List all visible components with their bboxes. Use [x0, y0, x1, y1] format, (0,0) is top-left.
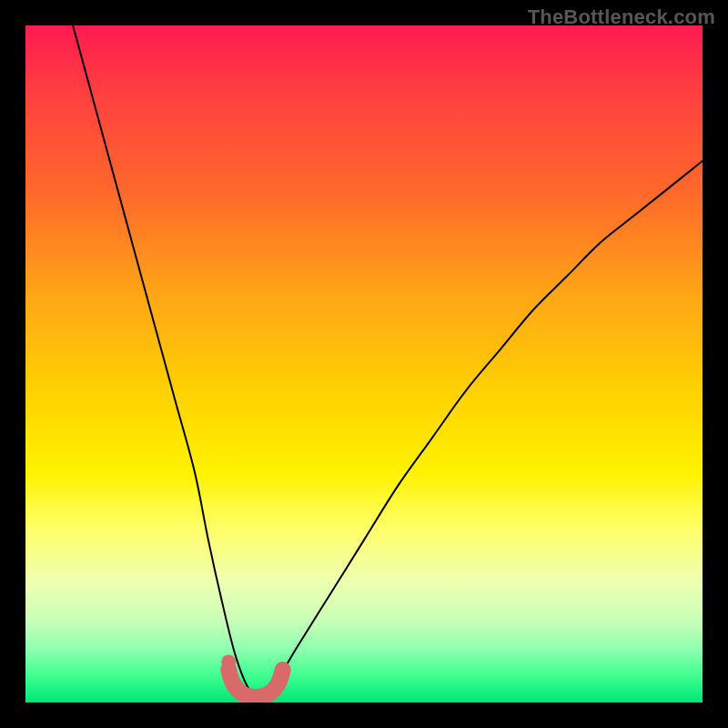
bottleneck-curve-layer — [25, 25, 703, 703]
bottleneck-curve — [73, 25, 703, 696]
optimal-zone-marker — [228, 670, 283, 697]
watermark-text: TheBottleneck.com — [528, 5, 715, 29]
plot-area — [25, 25, 703, 703]
chart-frame: TheBottleneck.com — [0, 0, 728, 728]
optimal-zone-dot — [221, 654, 236, 669]
